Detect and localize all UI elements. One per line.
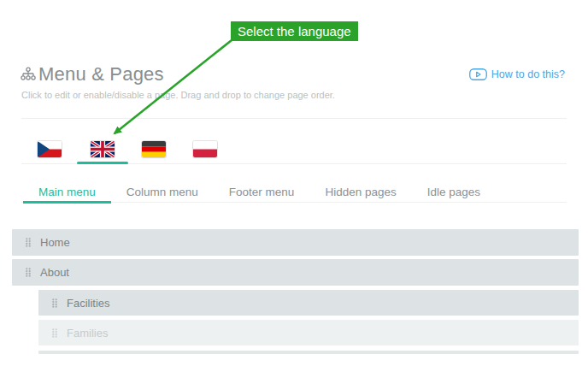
drag-handle-icon[interactable]	[26, 238, 31, 247]
drag-handle-icon[interactable]	[52, 298, 57, 308]
page-row-families[interactable]: Families	[38, 320, 579, 345]
language-flag-czech[interactable]	[38, 141, 62, 157]
sitemap-icon	[21, 67, 36, 82]
drag-handle-icon[interactable]	[52, 328, 57, 338]
tab-footer-menu[interactable]: Footer menu	[214, 184, 310, 204]
menu-and-pages-screen: Select the language Menu & Pages Click t…	[0, 0, 588, 366]
polish-flag-icon	[193, 141, 217, 157]
language-flag-english[interactable]	[91, 141, 115, 157]
tab-idle-pages[interactable]: Idle pages	[412, 184, 496, 204]
language-flag-polish[interactable]	[193, 141, 217, 157]
menu-tabs: Main menu Column menu Footer menu Hidden…	[23, 184, 496, 204]
page-row-label: Families	[67, 327, 108, 339]
uk-flag-icon	[91, 141, 115, 157]
german-flag-icon	[142, 141, 166, 157]
play-video-icon	[469, 68, 487, 80]
page-row-home[interactable]: Home	[12, 229, 579, 256]
page-row-label: About	[40, 266, 69, 279]
selected-language-indicator	[77, 162, 128, 164]
page-row-facilities[interactable]: Facilities	[38, 290, 579, 316]
how-to-do-this-link[interactable]: How to do this?	[469, 68, 565, 80]
tab-column-menu[interactable]: Column menu	[111, 184, 214, 204]
language-flag-german[interactable]	[142, 141, 166, 157]
page-title: Menu & Pages	[38, 63, 164, 86]
czech-flag-icon	[38, 141, 62, 157]
tab-main-menu[interactable]: Main menu	[23, 184, 111, 204]
how-to-do-this-label: How to do this?	[491, 68, 565, 80]
page-row-label: Facilities	[67, 297, 110, 310]
page-row-about[interactable]: About	[12, 259, 579, 286]
page-subtitle: Click to edit or enable/disable a page. …	[21, 90, 335, 100]
page-row-label: Home	[40, 236, 70, 249]
page-row-partial[interactable]	[38, 351, 579, 354]
tab-hidden-pages[interactable]: Hidden pages	[309, 184, 411, 204]
annotation-label: Select the language	[231, 21, 358, 41]
divider-top	[21, 118, 567, 119]
drag-handle-icon[interactable]	[26, 268, 31, 277]
